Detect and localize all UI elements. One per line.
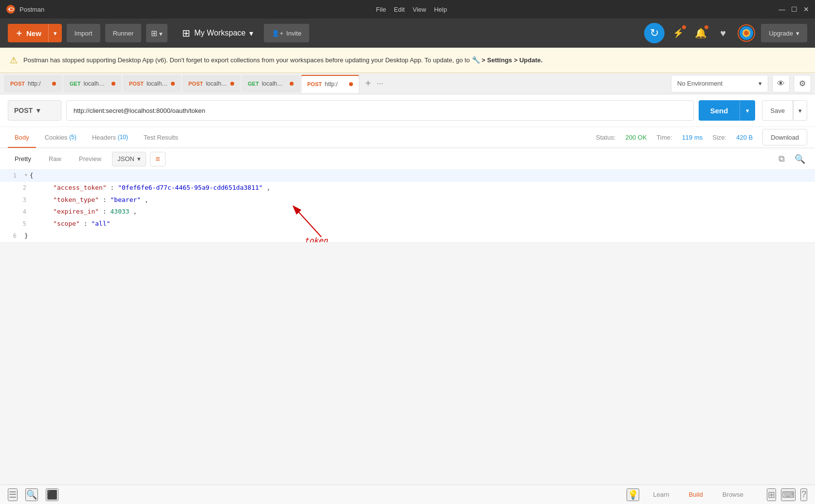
format-dropdown-label: JSON [117,155,134,162]
heart-button[interactable]: ♥ [714,24,732,42]
sync-button[interactable]: ↻ [644,23,665,43]
tab-body-label: Body [15,134,29,141]
send-dropdown-button[interactable]: ▾ [740,100,755,121]
tab-cookies-count-close: ) [74,134,76,141]
save-button[interactable]: Save [762,100,793,121]
bottom-bar: ☰ 🔍 ⬛ 💡 Learn Build Browse ⊞ ⌨ ? [0,485,815,504]
search-button[interactable]: 🔍 [793,152,807,166]
layout-icon: ⊞ [151,29,157,37]
new-button-main[interactable]: ＋ New [8,27,48,39]
runner-button[interactable]: Runner [105,24,142,42]
titlebar-controls: — ☐ ✕ [778,5,809,13]
format-raw-label: Raw [49,155,61,162]
url-input[interactable] [66,100,694,121]
val-expires-in: 43033 [111,208,130,215]
tab-1[interactable]: POST http:/ [4,75,62,92]
nav-learn[interactable]: Learn [645,489,677,500]
console-button[interactable]: ⬛ [46,488,58,501]
layout-button[interactable]: ⊞ ▾ [146,24,167,42]
tab-2-url: localh… [84,80,109,87]
response-body: 1 ▾ { 2 "access_token" : "0fef6fe6-d77c-… [0,170,815,243]
tab-cookies[interactable]: Cookies (5) [38,127,83,148]
format-preview-label: Preview [79,155,101,162]
method-dropdown[interactable]: POST ▾ [8,100,61,121]
tab-6[interactable]: POST http:/ [301,75,359,92]
tab-1-url: http:/ [28,80,49,87]
new-button[interactable]: ＋ New ▾ [8,24,62,42]
val-token-type: "bearer" [111,196,141,203]
line-expand-1[interactable]: ▾ [24,171,28,180]
nav-browse[interactable]: Browse [715,489,751,500]
profile-button[interactable] [737,23,756,43]
invite-icon: 👤+ [272,30,283,37]
workspace-chevron-icon: ▾ [249,29,253,38]
lightning-button[interactable]: ⚡ [669,24,687,42]
tab-headers[interactable]: Headers (10) [85,127,135,148]
close-button[interactable]: ✕ [803,5,809,13]
code-line-4: 4 "expires_in" : 43033 , [0,206,815,218]
tab-2[interactable]: GET localh… [63,75,122,92]
send-button[interactable]: Send [699,100,740,121]
import-button[interactable]: Import [67,24,100,42]
code-line-6: 6 } [0,230,815,242]
layout-bottom-button[interactable]: ⊞ [767,488,776,501]
notification-button[interactable]: 🔔 [692,24,709,42]
add-tab-button[interactable]: + [360,76,376,91]
tab-5-dot [290,82,294,86]
response-tabs: Body Cookies (5) Headers (10) Test Resul… [0,127,815,148]
menu-view[interactable]: View [412,6,426,13]
key-token-type: "token_type" [53,196,99,203]
tab-6-url: http:/ [325,81,346,88]
tab-5[interactable]: GET localh… [241,75,300,92]
format-preview[interactable]: Preview [72,149,108,169]
environment-gear-button[interactable]: ⚙ [794,75,811,92]
tab-cookies-count-val: 5 [71,134,74,141]
upgrade-chevron-icon: ▾ [796,30,799,37]
line-content-2: "access_token" : "0fef6fe6-d77c-4465-95a… [34,183,815,193]
bottom-nav: 💡 Learn Build Browse [627,488,751,501]
eye-icon: 👁 [777,79,785,88]
environment-eye-button[interactable]: 👁 [772,75,790,92]
environment-dropdown[interactable]: No Environment ▾ [671,75,768,92]
nav-build[interactable]: Build [681,489,711,500]
sidebar-toggle-button[interactable]: ☰ [8,488,18,501]
download-button[interactable]: Download [762,129,807,145]
new-dropdown-arrow[interactable]: ▾ [48,24,62,42]
minimize-button[interactable]: — [778,5,785,13]
upgrade-button[interactable]: Upgrade ▾ [761,24,807,42]
tab-1-method: POST [10,81,25,87]
invite-button[interactable]: 👤+ Invite [264,24,309,42]
format-dropdown[interactable]: JSON ▾ [112,152,146,166]
tab-4[interactable]: POST localh… [182,75,241,92]
menu-file[interactable]: File [376,6,386,13]
line-content-5: "scope" : "all" [34,219,815,229]
learn-icon-button[interactable]: 💡 [627,488,639,501]
copy-icon: ⧉ [778,154,785,164]
workspace-selector[interactable]: ⊞ My Workspace ▾ [176,24,259,42]
help-button[interactable]: ? [800,488,807,501]
keyboard-button[interactable]: ⌨ [781,488,796,501]
tab-6-method: POST [307,81,322,87]
copy-button[interactable]: ⧉ [774,152,789,166]
tab-body[interactable]: Body [8,127,36,148]
banner-text: Postman has stopped supporting Desktop A… [23,54,542,66]
method-chevron-icon: ▾ [37,107,40,114]
word-wrap-button[interactable]: ≡ [150,152,166,166]
maximize-button[interactable]: ☐ [791,5,797,13]
profile-avatar-icon [738,24,755,42]
deprecation-banner: ⚠ Postman has stopped supporting Desktop… [0,48,815,73]
format-pretty[interactable]: Pretty [8,149,38,169]
line-num-3: 3 [10,195,34,205]
titlebar: Postman File Edit View Help — ☐ ✕ [0,0,815,18]
tab-test-results[interactable]: Test Results [137,127,185,148]
search-bottom-button[interactable]: 🔍 [25,488,38,501]
tab-3[interactable]: POST localh… [123,75,181,92]
menu-edit[interactable]: Edit [394,6,405,13]
tab-4-method: POST [188,81,203,87]
save-dropdown-button[interactable]: ▾ [793,100,807,121]
format-raw[interactable]: Raw [42,149,68,169]
more-tabs-button[interactable]: ··· [377,79,383,88]
tab-2-method: GET [70,81,81,87]
menu-help[interactable]: Help [434,6,447,13]
env-selector: No Environment ▾ 👁 ⚙ [671,75,811,92]
